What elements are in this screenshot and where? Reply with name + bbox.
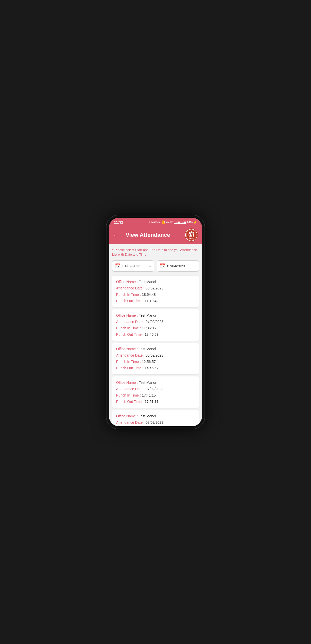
calendar-icon-start: 📅 xyxy=(115,263,120,269)
office-name-value: Test Mandi xyxy=(139,380,156,385)
office-name-label: Office Name : xyxy=(116,414,138,419)
signal-bars-2: ▂▄▆ xyxy=(180,221,186,224)
punch-out-label: Punch Out Time : xyxy=(116,399,144,404)
attendance-card: Office Name : Test MandiAttendance Date … xyxy=(112,276,199,307)
chevron-down-icon-end: ⌄ xyxy=(193,264,196,268)
main-content: **Please select Start and End Date to se… xyxy=(109,244,202,426)
end-date-value: 07/04/2023 xyxy=(167,264,191,268)
attendance-card: Office Name : Test MandiAttendance Date … xyxy=(112,410,199,426)
svg-text:AMS NHM: AMS NHM xyxy=(189,238,194,239)
office-name-row: Office Name : Test Mandi xyxy=(116,380,195,385)
nhm-logo: AMS NHM xyxy=(185,228,198,242)
status-time: 11:32 xyxy=(114,220,123,224)
office-name-row: Office Name : Test Mandi xyxy=(116,313,195,318)
attendance-date-value: 06/02/2023 xyxy=(146,353,163,358)
office-name-label: Office Name : xyxy=(116,313,138,318)
punch-out-value: 18:46:59 xyxy=(145,332,159,337)
nhm-logo-svg: AMS NHM xyxy=(186,229,197,241)
battery-level: 69% xyxy=(187,221,193,224)
signal-bars-1: ▂▄▆ xyxy=(174,221,180,224)
attendance-date-label: Attendance Date : xyxy=(116,386,145,392)
punch-in-label: Punch In Time : xyxy=(116,292,141,297)
chevron-down-icon-start: ⌄ xyxy=(148,264,151,268)
network-speed: 2.00 KB/S xyxy=(149,221,160,224)
attendance-date-value: 08/02/2023 xyxy=(146,420,163,425)
office-name-value: Test Mandi xyxy=(139,313,156,318)
office-name-row: Office Name : Test Mandi xyxy=(116,279,195,285)
date-range-row: 📅 01/02/2023 ⌄ 📅 07/04/2023 ⌄ xyxy=(112,260,199,272)
punch-in-value: 17:41:15 xyxy=(142,393,156,398)
volte-label: VoLTE xyxy=(166,221,173,224)
office-name-value: Test Mandi xyxy=(139,414,156,419)
punch-in-value: 18:54:48 xyxy=(142,292,156,297)
attendance-date-label: Attendance Date : xyxy=(116,353,145,358)
page-title: View Attendance xyxy=(114,232,182,238)
punch-out-value: 14:46:52 xyxy=(145,365,159,371)
punch-in-label: Punch In Time : xyxy=(116,326,141,331)
punch-in-value: 11:36:05 xyxy=(142,326,156,331)
office-name-value: Test Mandi xyxy=(139,279,156,285)
attendance-list: Office Name : Test MandiAttendance Date … xyxy=(112,276,199,426)
phone-screen: 11:32 2.00 KB/S 📶 VoLTE ▂▄▆ ▂▄▆ 69% ⚡ ← … xyxy=(109,218,202,426)
punch-in-row: Punch In Time : 11:36:05 xyxy=(116,326,195,331)
start-date-value: 01/02/2023 xyxy=(122,264,146,268)
office-name-label: Office Name : xyxy=(116,380,138,385)
phone-frame: 11:32 2.00 KB/S 📶 VoLTE ▂▄▆ ▂▄▆ 69% ⚡ ← … xyxy=(106,215,205,429)
punch-in-label: Punch In Time : xyxy=(116,359,141,364)
attendance-date-row: Attendance Date : 07/02/2023 xyxy=(116,386,195,392)
status-right: 2.00 KB/S 📶 VoLTE ▂▄▆ ▂▄▆ 69% ⚡ xyxy=(149,221,197,224)
punch-in-row: Punch In Time : 17:41:15 xyxy=(116,393,195,398)
office-name-value: Test Mandi xyxy=(139,346,156,352)
attendance-card: Office Name : Test MandiAttendance Date … xyxy=(112,309,199,341)
punch-out-row: Punch Out Time : 17:51:11 xyxy=(116,399,195,404)
attendance-date-row: Attendance Date : 06/02/2023 xyxy=(116,353,195,358)
attendance-date-label: Attendance Date : xyxy=(116,286,145,291)
status-bar: 11:32 2.00 KB/S 📶 VoLTE ▂▄▆ ▂▄▆ 69% ⚡ xyxy=(109,218,202,226)
attendance-card: Office Name : Test MandiAttendance Date … xyxy=(112,376,199,408)
punch-out-label: Punch Out Time : xyxy=(116,365,144,371)
office-name-label: Office Name : xyxy=(116,279,138,285)
attendance-date-label: Attendance Date : xyxy=(116,420,145,425)
office-name-row: Office Name : Test Mandi xyxy=(116,346,195,352)
svg-point-1 xyxy=(189,232,190,234)
punch-out-row: Punch Out Time : 14:46:52 xyxy=(116,365,195,371)
app-header: ← View Attendance AMS NHM xyxy=(109,226,202,244)
punch-in-row: Punch In Time : 18:54:48 xyxy=(116,292,195,297)
attendance-date-label: Attendance Date : xyxy=(116,319,145,325)
battery-icon: ⚡ xyxy=(193,221,197,224)
punch-in-row: Punch In Time : 12:56:57 xyxy=(116,359,195,364)
calendar-icon-end: 📅 xyxy=(160,263,165,269)
punch-in-label: Punch In Time : xyxy=(116,393,141,398)
office-name-row: Office Name : Test Mandi xyxy=(116,414,195,419)
punch-out-label: Punch Out Time : xyxy=(116,298,144,304)
punch-out-row: Punch Out Time : 11:19:42 xyxy=(116,298,195,304)
attendance-date-row: Attendance Date : 08/02/2023 xyxy=(116,420,195,425)
notice-text: **Please select Start and End Date to se… xyxy=(112,248,199,257)
end-date-picker[interactable]: 📅 07/04/2023 ⌄ xyxy=(157,260,199,272)
svg-point-2 xyxy=(191,231,192,233)
attendance-card: Office Name : Test MandiAttendance Date … xyxy=(112,343,199,374)
punch-out-label: Punch Out Time : xyxy=(116,332,144,337)
attendance-date-value: 04/02/2023 xyxy=(146,319,163,325)
attendance-date-row: Attendance Date : 04/02/2023 xyxy=(116,319,195,325)
attendance-date-value: 07/02/2023 xyxy=(146,386,163,392)
wifi-icon: 📶 xyxy=(162,221,165,224)
punch-out-value: 17:51:11 xyxy=(145,399,159,404)
attendance-date-value: 03/02/2023 xyxy=(146,286,163,291)
office-name-label: Office Name : xyxy=(116,346,138,352)
punch-out-row: Punch Out Time : 18:46:59 xyxy=(116,332,195,337)
attendance-date-row: Attendance Date : 03/02/2023 xyxy=(116,286,195,291)
svg-point-3 xyxy=(192,232,194,234)
punch-in-value: 12:56:57 xyxy=(142,359,156,364)
start-date-picker[interactable]: 📅 01/02/2023 ⌄ xyxy=(112,260,154,272)
punch-out-value: 11:19:42 xyxy=(145,298,159,304)
